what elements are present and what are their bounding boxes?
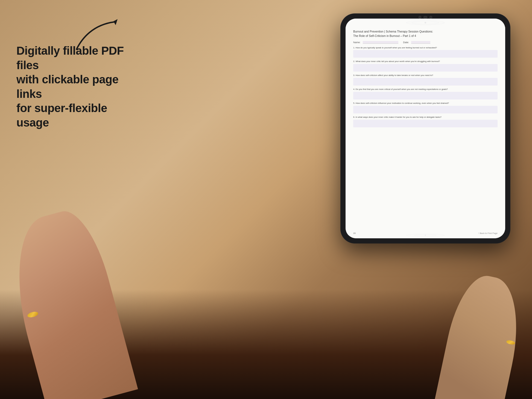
pdf-title-line1: Burnout and Prevention | Schema Therapy … [353, 30, 498, 34]
pdf-name-date-row: Name: Date: [353, 41, 498, 44]
question-3-text: 3. How does self-criticism affect your a… [353, 74, 498, 77]
pdf-page-number: 20 [353, 232, 356, 234]
pdf-title-block: Burnout and Prevention | Schema Therapy … [353, 30, 498, 38]
tablet-bezel: Burnout and Prevention | Schema Therapy … [341, 14, 510, 243]
question-6: 6. In what ways does your inner critic m… [353, 116, 498, 127]
question-4: 4. Do you find that you are more critica… [353, 88, 498, 99]
question-5: 5. How does self-criticism influence you… [353, 102, 498, 113]
pdf-name-field[interactable] [363, 41, 398, 44]
left-promo-text: Digitally fillable PDF files with clicka… [16, 44, 137, 130]
pdf-back-to-first-link[interactable]: ↑ Back to First Page [478, 232, 498, 234]
question-5-text: 5. How does self-criticism influence you… [353, 102, 498, 105]
pdf-questions-container: 1. How do you typically speak to yoursel… [353, 46, 498, 130]
promo-headline: Digitally fillable PDF files with clicka… [16, 44, 137, 130]
question-4-text: 4. Do you find that you are more critica… [353, 88, 498, 91]
answer-5-box[interactable] [353, 106, 498, 113]
question-6-text: 6. In what ways does your inner critic m… [353, 116, 498, 119]
pdf-date-label: Date: [403, 41, 409, 44]
answer-3-box[interactable] [353, 78, 498, 86]
tablet-device: Burnout and Prevention | Schema Therapy … [341, 14, 510, 243]
tablet-screen: Burnout and Prevention | Schema Therapy … [346, 19, 505, 238]
pdf-name-label: Name: [353, 41, 361, 44]
tablet-camera-right [429, 16, 432, 19]
question-1: 1. How do you typically speak to yoursel… [353, 46, 498, 58]
pdf-deco-bottom [404, 233, 447, 237]
tablet-sensor [423, 16, 427, 18]
pdf-date-field[interactable] [411, 41, 430, 44]
question-1-text: 1. How do you typically speak to yoursel… [353, 46, 498, 49]
answer-6-box[interactable] [353, 120, 498, 127]
answer-1-box[interactable] [353, 50, 498, 58]
pdf-document: Burnout and Prevention | Schema Therapy … [346, 19, 505, 238]
answer-4-box[interactable] [353, 92, 498, 99]
tablet-camera-left [419, 16, 421, 19]
answer-2-box[interactable] [353, 64, 498, 72]
question-2-text: 2. What does your inner critic tell you … [353, 60, 498, 63]
svg-point-7 [425, 235, 426, 236]
pdf-deco-top [404, 20, 447, 26]
pdf-title-line2: The Role of Self-Criticism in Burnout – … [353, 34, 498, 38]
tablet-camera-bar [419, 16, 432, 19]
question-2: 2. What does your inner critic tell you … [353, 60, 498, 72]
question-3: 3. How does self-criticism affect your a… [353, 74, 498, 86]
svg-marker-0 [113, 19, 118, 25]
